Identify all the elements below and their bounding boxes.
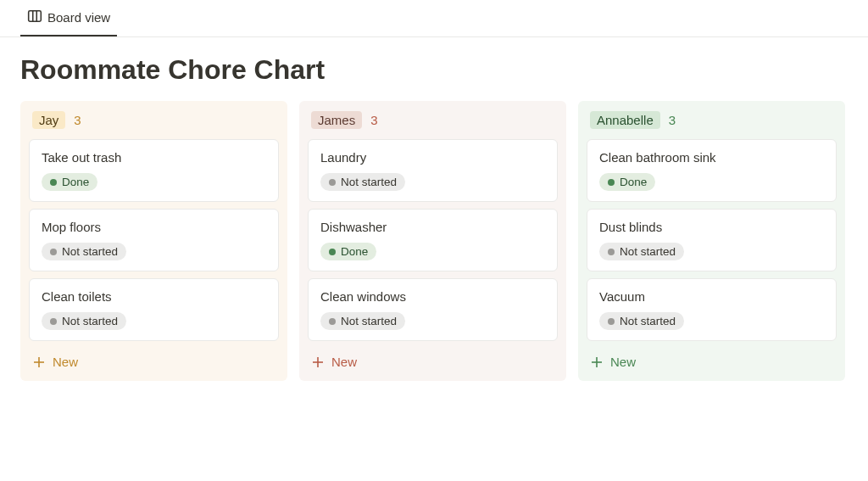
column-annabelle: Annabelle 3 Clean bathroom sink Done Dus…	[578, 101, 845, 381]
card[interactable]: Vacuum Not started	[587, 278, 837, 341]
column-count: 3	[74, 113, 81, 127]
card[interactable]: Clean toilets Not started	[29, 278, 279, 341]
column-header: Annabelle 3	[587, 109, 837, 139]
board-icon	[27, 8, 42, 26]
card-title: Clean windows	[320, 289, 545, 304]
column-james: James 3 Laundry Not started Dishwasher D…	[299, 101, 566, 381]
status-label: Done	[62, 176, 89, 188]
status-badge: Not started	[599, 312, 684, 330]
kanban-board: Jay 3 Take out trash Done Mop floors Not…	[20, 101, 848, 381]
person-tag-annabelle[interactable]: Annabelle	[590, 111, 660, 129]
new-card-button[interactable]: New	[29, 348, 279, 372]
status-badge: Done	[320, 243, 376, 260]
plus-icon	[311, 355, 325, 369]
new-label: New	[331, 355, 357, 369]
status-dot-icon	[608, 318, 615, 325]
content-area: Roommate Chore Chart Jay 3 Take out tras…	[0, 37, 868, 398]
status-dot-icon	[329, 318, 336, 325]
card-title: Clean bathroom sink	[599, 150, 824, 165]
person-tag-jay[interactable]: Jay	[32, 111, 65, 129]
status-label: Done	[620, 176, 647, 188]
plus-icon	[590, 355, 604, 369]
status-label: Not started	[341, 315, 397, 327]
status-label: Not started	[620, 245, 676, 258]
tab-label: Board view	[47, 10, 110, 25]
card[interactable]: Take out trash Done	[29, 139, 279, 202]
card-title: Dust blinds	[599, 220, 824, 234]
card[interactable]: Mop floors Not started	[29, 209, 279, 271]
status-label: Done	[341, 245, 368, 258]
status-label: Not started	[62, 315, 118, 327]
status-label: Not started	[62, 245, 118, 258]
page-title: Roommate Chore Chart	[20, 54, 848, 86]
status-badge: Not started	[320, 312, 405, 330]
person-tag-james[interactable]: James	[311, 111, 362, 129]
card-title: Clean toilets	[42, 289, 266, 304]
new-label: New	[610, 355, 636, 369]
new-card-button[interactable]: New	[587, 348, 837, 372]
card-title: Laundry	[320, 150, 545, 165]
status-dot-icon	[329, 179, 336, 186]
status-dot-icon	[50, 249, 57, 255]
status-badge: Not started	[42, 243, 126, 260]
new-label: New	[53, 355, 78, 369]
status-dot-icon	[608, 179, 615, 186]
card-title: Mop floors	[42, 220, 266, 234]
tab-bar: Board view	[0, 0, 868, 37]
column-count: 3	[370, 113, 377, 127]
status-label: Not started	[620, 315, 676, 327]
status-badge: Not started	[42, 312, 126, 330]
column-count: 3	[669, 113, 676, 127]
status-dot-icon	[50, 318, 57, 325]
status-label: Not started	[341, 176, 397, 188]
card[interactable]: Laundry Not started	[308, 139, 558, 202]
status-dot-icon	[608, 249, 615, 255]
tab-board-view[interactable]: Board view	[20, 0, 117, 36]
column-header: Jay 3	[29, 109, 279, 139]
column-header: James 3	[308, 109, 558, 139]
status-dot-icon	[329, 249, 336, 255]
card-title: Dishwasher	[320, 220, 545, 234]
svg-rect-0	[29, 11, 42, 21]
new-card-button[interactable]: New	[308, 348, 558, 372]
card-title: Vacuum	[599, 289, 824, 304]
card-title: Take out trash	[42, 150, 266, 165]
status-badge: Done	[599, 173, 655, 191]
status-badge: Done	[42, 173, 97, 191]
card[interactable]: Clean windows Not started	[308, 278, 558, 341]
status-badge: Not started	[599, 243, 684, 260]
card[interactable]: Dust blinds Not started	[587, 209, 837, 271]
card[interactable]: Clean bathroom sink Done	[587, 139, 837, 202]
plus-icon	[32, 355, 46, 369]
column-jay: Jay 3 Take out trash Done Mop floors Not…	[20, 101, 287, 381]
status-badge: Not started	[320, 173, 405, 191]
status-dot-icon	[50, 179, 57, 186]
card[interactable]: Dishwasher Done	[308, 209, 558, 271]
